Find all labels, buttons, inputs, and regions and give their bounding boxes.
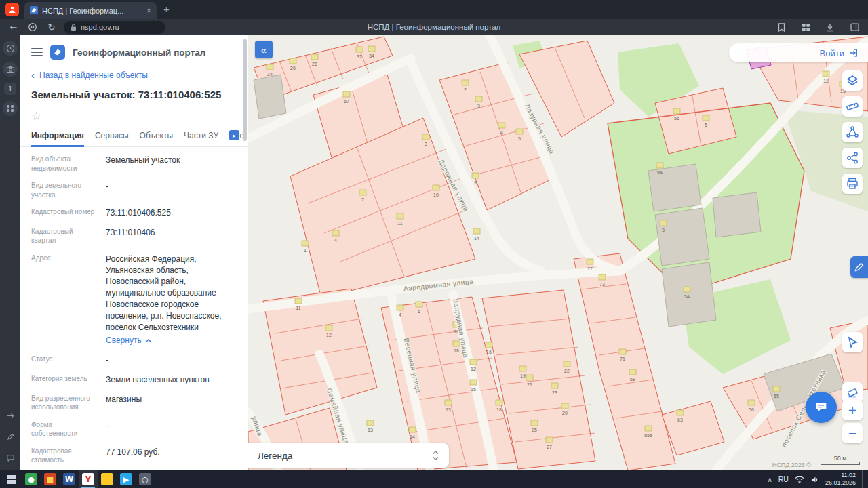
browser-tab[interactable]: НСПД | Геоинформац... × (24, 2, 157, 19)
field-value: - (106, 181, 237, 192)
notes-button[interactable] (3, 429, 18, 444)
field-row: Вид объекта недвижимостиЗемельный участо… (31, 150, 237, 177)
favorite-star-button[interactable]: ☆ (31, 109, 237, 123)
building (531, 420, 538, 426)
zoom-out-button[interactable]: − (842, 423, 863, 443)
arrow-right-icon (6, 411, 15, 420)
taskbar-clock[interactable]: 11:02 26.01.2026 (825, 472, 856, 487)
share-tool-button[interactable] (842, 148, 863, 168)
print-tool-button[interactable] (842, 174, 863, 194)
tab-close-icon[interactable]: × (146, 6, 151, 16)
extensions-button[interactable] (24, 20, 41, 34)
map-attribution: НСПД 2026 © (772, 462, 811, 468)
collections-button[interactable] (797, 20, 814, 34)
panel-tab-2[interactable]: Сервисы (95, 127, 129, 146)
field-label: Вид разрешенного использования (31, 394, 99, 412)
parcel-number: 20 (562, 411, 568, 415)
network-tool-button[interactable] (842, 122, 863, 142)
login-area: Войти (729, 43, 868, 62)
building (599, 274, 606, 280)
chat-panel-button[interactable] (3, 450, 18, 465)
scrollbar-thumb[interactable] (243, 39, 247, 141)
refresh-button[interactable]: ↻ (43, 20, 60, 34)
screenshot-button[interactable] (3, 62, 18, 77)
parcel-number: 56 (674, 116, 679, 121)
app-photos[interactable]: ■ (41, 470, 60, 488)
extensions-icon (28, 22, 37, 32)
building (445, 400, 452, 405)
browser-profile-button[interactable] (5, 3, 19, 16)
menu-button[interactable] (31, 48, 43, 56)
field-row: Вид земельного участка- (31, 177, 237, 203)
parcel-number: 9 (474, 180, 477, 185)
building (416, 302, 422, 307)
app-word[interactable]: W (60, 470, 79, 488)
panel-tab-1[interactable]: Информация (31, 127, 84, 147)
collapse-panel-button[interactable]: « (255, 41, 273, 58)
windows-logo-icon (7, 475, 16, 484)
building (302, 241, 309, 246)
parcel-number: 21 (527, 382, 532, 387)
legend-expand-icon[interactable] (432, 449, 439, 462)
building (673, 108, 680, 114)
address-collapse-link[interactable]: Свернуть (106, 335, 237, 346)
history-button[interactable] (3, 41, 18, 56)
speaker-icon[interactable] (810, 476, 819, 483)
address-bar[interactable]: nspd.gov.ru (64, 21, 165, 34)
parcel-number: 23 (552, 390, 557, 395)
map-canvas[interactable]: 2426283234672354391071114411112461018161… (248, 35, 868, 470)
back-to-results-link[interactable]: ‹ Назад в найденные объекты (31, 70, 237, 80)
building (561, 403, 568, 409)
parcel-number: 27 (547, 445, 552, 449)
app-maps[interactable]: ● (22, 470, 41, 488)
draw-tool-button-active[interactable] (850, 256, 868, 278)
hidden-icons-button[interactable]: ∧ (767, 476, 772, 483)
sidebar-panel-button[interactable] (846, 20, 863, 34)
services-button[interactable] (3, 101, 18, 116)
ruler-tool-button[interactable] (842, 96, 863, 117)
app-telegram[interactable]: ▶ (117, 470, 136, 488)
field-label: Кадастровый квартал (31, 227, 99, 245)
show-desktop-button[interactable] (862, 470, 865, 488)
forward-panel-button[interactable] (3, 408, 18, 423)
back-button[interactable]: ← (5, 20, 22, 34)
scale-bar: 50 м (821, 455, 860, 465)
app-yandex-browser[interactable]: Y (79, 470, 98, 488)
building (470, 359, 477, 365)
page-title: НСПД | Геоинформационный портал (203, 23, 665, 31)
field-label: Вид объекта недвижимости (31, 155, 99, 173)
parcel-number: 15 (471, 387, 476, 392)
start-button[interactable] (1, 470, 22, 488)
legend-bar[interactable]: Легенда (248, 443, 449, 468)
building (656, 163, 663, 168)
field-label: Категория земель (31, 374, 99, 384)
panel-scrollbar[interactable] (243, 37, 247, 469)
building (551, 383, 558, 388)
zoom-in-button[interactable]: + (842, 400, 863, 420)
layers-tool-button[interactable] (842, 70, 863, 91)
identify-tool-button[interactable] (842, 332, 863, 352)
downloads-button[interactable] (822, 20, 838, 34)
language-indicator[interactable]: RU (778, 475, 789, 483)
site-favicon (30, 5, 38, 17)
login-button[interactable]: Войти (820, 48, 844, 58)
tabs-scroll-button[interactable]: ▸ (229, 130, 239, 140)
login-icon[interactable] (848, 48, 859, 58)
wifi-icon[interactable] (795, 476, 804, 483)
support-chat-button[interactable] (806, 392, 837, 423)
panel-tab-3[interactable]: Объекты (140, 127, 174, 146)
map-area[interactable]: 2426283234672354391071114411112461018161… (248, 35, 868, 470)
parcel-number: 13 (446, 407, 451, 412)
app-settings[interactable]: ○ (136, 470, 155, 488)
bookmark-flag-button[interactable] (773, 20, 789, 34)
app-explorer[interactable] (98, 470, 117, 488)
scale-line (821, 462, 860, 465)
tab-counter-badge[interactable]: 1 (4, 83, 16, 95)
pencil-icon (853, 261, 865, 273)
building (619, 349, 626, 354)
street-label: Аэродромная улица (403, 278, 473, 293)
field-value: магазины (106, 394, 237, 405)
panel-tab-4[interactable]: Части ЗУ (184, 127, 218, 146)
field-row: Категория земельЗемли населенных пунктов (31, 370, 237, 390)
new-tab-button[interactable]: + (163, 3, 170, 15)
